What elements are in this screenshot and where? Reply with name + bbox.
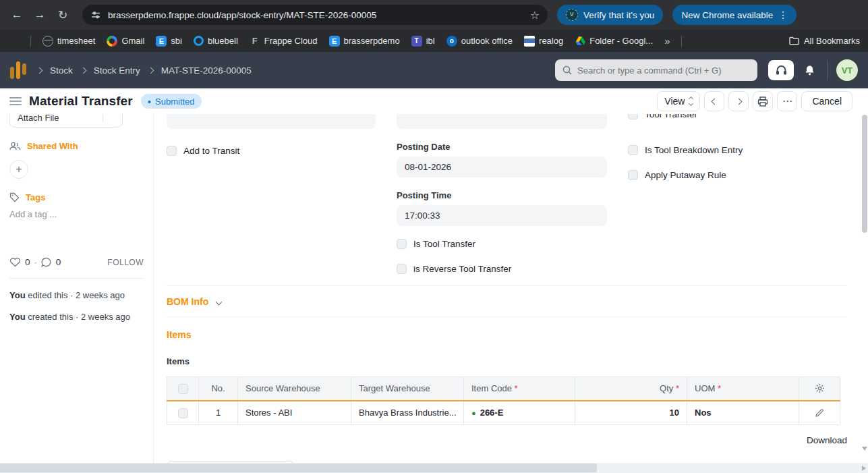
bookmark-item[interactable]: realog [524,36,563,47]
cell-qty[interactable]: 10 [575,401,687,425]
menu-button[interactable] [777,91,797,111]
posting-date-input[interactable]: 08-01-2026 [397,157,607,177]
attach-file-button[interactable]: Attach File [9,114,123,128]
truncated-input[interactable] [397,114,607,129]
sidebar-toggle-icon[interactable] [9,97,22,105]
apps-grid-icon[interactable] [8,36,19,47]
chrome-update-button[interactable]: New Chrome available ⋮ [672,5,797,25]
erpnext-icon [329,36,340,47]
grid-settings-button[interactable] [799,377,840,401]
select-all-checkbox[interactable] [178,384,188,394]
breadcrumb-stock[interactable]: Stock [50,65,73,76]
image-icon [524,36,535,47]
app-navbar: Stock Stock Entry MAT-STE-2026-00005 VT [0,52,868,88]
row-edit-button[interactable] [799,401,840,425]
browser-menu-icon[interactable]: ⋮ [778,9,788,20]
cell-no: 1 [199,401,238,425]
notifications-button[interactable] [799,60,819,80]
row-checkbox[interactable] [178,408,188,418]
shared-with-label: Shared With [27,141,78,151]
form-column-1: Add to Transit [167,114,376,274]
add-share-button[interactable]: + [9,160,28,179]
bookmark-item[interactable]: ibl [411,36,435,47]
sort-chevrons-icon [689,97,693,105]
vertical-scrollbar[interactable] [861,88,868,463]
gmail-icon [107,36,117,47]
is-tool-transfer-checkbox[interactable] [397,239,407,249]
url-text[interactable]: brasserpdemo.frappe.cloud/app/stock-entr… [108,10,523,20]
comment-icon[interactable] [41,257,52,267]
truncated-input[interactable] [167,114,376,129]
vertical-scrollbar-thumb[interactable] [862,115,867,233]
tags-section[interactable]: Tags [9,192,144,202]
bookmark-item[interactable]: brasserpdemo [329,36,400,47]
table-row[interactable]: 1 Stores - ABI Bhavya Brass Industrie...… [167,401,840,425]
prev-doc-button[interactable] [704,91,724,111]
follow-button[interactable]: FOLLOW [107,258,144,267]
bookmark-item[interactable]: outlook office [446,36,513,47]
add-to-transit-checkbox[interactable] [167,146,177,156]
cell-target-warehouse[interactable]: Bhavya Brass Industrie... [351,401,464,425]
is-reverse-tool-transfer-field: is Reverse Tool Transfer [397,264,607,274]
cancel-button[interactable]: Cancel [801,91,852,111]
breadcrumb-doc[interactable]: MAT-STE-2026-00005 [161,65,252,76]
site-info-icon[interactable] [90,9,101,20]
horizontal-scrollbar-thumb[interactable] [0,464,597,472]
headphones-icon [776,65,787,76]
divider [103,114,103,123]
bookmark-item[interactable]: timesheet [42,36,95,47]
bookmark-item[interactable]: sbi [156,36,182,47]
help-headset-button[interactable] [768,60,794,80]
is-reverse-tool-transfer-checkbox[interactable] [397,264,407,274]
tool-transfer-checkbox[interactable] [628,114,638,119]
bell-icon [805,65,815,76]
avatar[interactable]: VT [836,59,858,81]
verify-identity-button[interactable]: Verify that it's you [557,5,663,25]
posting-date-label: Posting Date [397,142,607,152]
app-logo[interactable] [10,60,28,80]
shared-with-section[interactable]: Shared With [9,141,144,151]
cell-source-warehouse[interactable]: Stores - ABI [238,401,351,425]
chevron-right-icon [36,67,43,74]
horizontal-scrollbar[interactable] [0,463,868,473]
comment-count: 0 [56,257,61,267]
cell-uom[interactable]: Nos [687,401,799,425]
cell-item-code[interactable]: ●266-E [464,401,575,425]
col-item-code: Item Code * [464,377,575,401]
add-to-transit-field: Add to Transit [167,146,376,156]
required-mark: * [515,383,518,393]
form-body: Add to Transit Posting Date 08-01-2026 P… [154,114,861,463]
next-doc-button[interactable] [728,91,749,111]
breadcrumb-stock-entry[interactable]: Stock Entry [94,65,140,76]
search-icon [562,65,572,75]
view-dropdown[interactable]: View [657,91,700,111]
outlook-icon [446,36,457,47]
print-button[interactable] [753,91,773,111]
folder-icon [789,36,800,47]
bookmark-item[interactable]: Frappe Cloud [250,36,318,47]
scroll-right-arrow-icon[interactable] [862,466,866,471]
all-bookmarks-button[interactable]: All Bookmarks [789,36,860,47]
bookmark-star-icon[interactable]: ☆ [530,9,540,22]
add-tag-input[interactable]: Add a tag ... [9,209,144,219]
search-input[interactable] [577,65,746,76]
download-button[interactable]: Download [807,435,847,445]
is-tool-breakdown-checkbox[interactable] [628,145,638,155]
global-search[interactable] [555,59,757,81]
forward-icon[interactable]: → [30,5,50,25]
bookmark-item[interactable]: Folder - Googl... [575,36,653,47]
scroll-down-arrow-icon[interactable] [862,447,867,451]
bookmarks-bar: timesheet Gmail sbi bluebell Frappe Clou… [0,30,868,52]
reload-icon[interactable]: ↻ [53,5,73,25]
apply-putaway-checkbox[interactable] [628,170,638,180]
bookmarks-overflow-icon[interactable]: » [664,35,670,47]
heart-icon[interactable] [9,257,21,267]
back-icon[interactable]: ← [7,5,27,25]
browser-toolbar: ← → ↻ brasserpdemo.frappe.cloud/app/stoc… [0,0,868,30]
posting-time-input[interactable]: 17:00:33 [397,205,607,226]
bookmark-item[interactable]: bluebell [194,36,238,46]
tags-label: Tags [26,192,45,202]
address-bar[interactable]: brasserpdemo.frappe.cloud/app/stock-entr… [82,5,548,25]
bom-info-section-toggle[interactable]: BOM Info [167,286,847,316]
bookmark-item[interactable]: Gmail [107,36,144,47]
